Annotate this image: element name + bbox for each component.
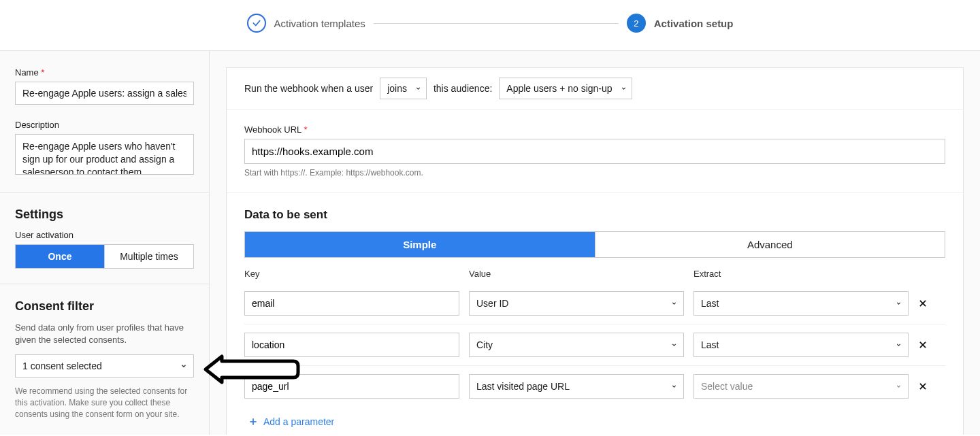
run-prefix: Run the webhook when a user	[244, 83, 373, 94]
step-1[interactable]: Activation templates	[247, 14, 365, 33]
param-value-select[interactable]: User ID	[469, 291, 684, 316]
consent-fineprint: We recommend using the selected consents…	[15, 386, 194, 420]
consent-select[interactable]: 1 consent selected	[15, 354, 194, 378]
tab-advanced[interactable]: Advanced	[595, 232, 945, 257]
trigger-config: Run the webhook when a user joins this a…	[244, 83, 945, 94]
user-activation-label: User activation	[15, 230, 194, 240]
step-1-label: Activation templates	[274, 18, 365, 29]
webhook-url-help: Start with https://. Example: https://we…	[244, 168, 945, 178]
step-connector	[374, 23, 619, 24]
step-1-check-icon	[247, 14, 266, 33]
param-key-input[interactable]	[244, 374, 459, 399]
tab-simple[interactable]: Simple	[245, 232, 595, 257]
param-key-input[interactable]	[244, 333, 459, 357]
join-action-select[interactable]: joins	[380, 78, 427, 99]
param-value-select[interactable]: Last visited page URL	[469, 374, 684, 399]
name-label: Name	[15, 67, 194, 78]
activation-once[interactable]: Once	[16, 245, 104, 268]
remove-param-button[interactable]	[918, 382, 945, 391]
main-content: Run the webhook when a user joins this a…	[210, 51, 980, 435]
col-extract: Extract	[693, 269, 909, 279]
webhook-url-input[interactable]	[244, 139, 945, 164]
step-2-number: 2	[627, 14, 646, 33]
data-to-send-title: Data to be sent	[244, 208, 945, 222]
sidebar: Name Description Re-engage Apple users w…	[0, 51, 210, 435]
plus-icon	[248, 417, 258, 426]
wizard-stepper: Activation templates 2 Activation setup	[0, 0, 980, 50]
remove-param-button[interactable]	[918, 299, 945, 308]
data-mode-tabs: Simple Advanced	[244, 231, 945, 258]
description-input[interactable]: Re-engage Apple users who haven't sign u…	[15, 134, 194, 175]
settings-title: Settings	[15, 207, 194, 222]
run-middle: this audience:	[434, 83, 492, 94]
step-2[interactable]: 2 Activation setup	[627, 14, 734, 33]
param-extract-select[interactable]: Last	[693, 333, 909, 357]
param-extract-select[interactable]: Select value	[693, 374, 909, 399]
user-activation-toggle: Once Multiple times	[15, 244, 194, 269]
param-value-select[interactable]: City	[469, 333, 684, 357]
step-2-label: Activation setup	[654, 18, 734, 29]
webhook-url-label: Webhook URL	[244, 124, 945, 135]
consent-filter-title: Consent filter	[15, 299, 194, 314]
consent-help: Send data only from user profiles that h…	[15, 322, 194, 346]
col-value: Value	[469, 269, 684, 279]
description-label: Description	[15, 120, 194, 130]
param-row: City Last	[244, 324, 945, 365]
activation-card: Run the webhook when a user joins this a…	[226, 67, 964, 435]
params-header: Key Value Extract	[244, 269, 945, 279]
add-parameter-button[interactable]: Add a parameter	[244, 416, 945, 427]
param-key-input[interactable]	[244, 291, 459, 316]
col-key: Key	[244, 269, 459, 279]
activation-multiple[interactable]: Multiple times	[104, 245, 193, 268]
remove-param-button[interactable]	[918, 340, 945, 350]
add-parameter-label: Add a parameter	[263, 416, 334, 427]
audience-select[interactable]: Apple users + no sign-up	[499, 78, 632, 99]
param-row: Last visited page URL Select value	[244, 365, 945, 407]
param-extract-select[interactable]: Last	[693, 291, 909, 316]
param-row: User ID Last	[244, 283, 945, 324]
name-input[interactable]	[15, 82, 194, 105]
